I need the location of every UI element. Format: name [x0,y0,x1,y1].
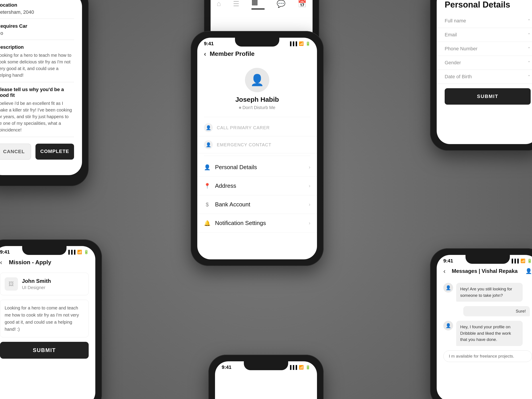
menu-bank-account[interactable]: $ Bank Account › [197,195,317,214]
menu-left-bank: $ Bank Account [204,201,250,208]
location-pin-icon: 📍 [204,183,211,189]
apply-submit-button[interactable]: SUBMIT [0,342,89,359]
status-time-5: 9:41 [0,249,10,255]
contact-icon[interactable]: 👤 [525,268,532,274]
profile-name: Joseph Habib [235,96,279,103]
notification-settings-label: Notification Settings [215,220,266,227]
applicant-card: 🖼 John Smith UI Designer [0,273,89,295]
email-field[interactable]: Email ⌃ [437,28,532,42]
status-icons-5: ▐▐▐ 📶 🔋 [67,250,89,254]
date-of-birth-field[interactable]: Date of Birth ⌃ [437,70,532,84]
message-bubble-3: Hey, I found your profile on Dribbble an… [456,321,523,346]
battery-icon-5: 🔋 [84,250,89,254]
phone-screen-4: Personal Details Full name ⌃ Email ⌃ Pho… [437,0,532,144]
battery-icon-6: 🔋 [527,259,532,263]
menu-personal-details[interactable]: 👤 Personal Details › [197,158,317,177]
tab-schedule-icon[interactable]: 📅 [298,0,307,8]
primary-carer-label: CALL PRIMARY CARER [217,125,270,130]
phone-screen-6: 9:41 ▐▐▐ 📶 🔋 ‹ Messages | Vishal Repaka … [437,255,532,399]
person-icon: 👤 [204,164,211,171]
tab-bar: ⌂ ☰ ▦ 💬 📅 [211,0,313,12]
full-name-label: Full name [445,18,466,24]
tab-list-icon[interactable]: ☰ [233,0,239,8]
phone-bottom-center: 9:41 ▐▐▐ 📶 🔋 [208,355,324,399]
sender-avatar-3: 👤 [443,321,453,330]
message-nav-left: ‹ Messages | Vishal Repaka [443,267,518,275]
primary-carer-icon: 👤 [204,123,213,132]
tab-chat-icon[interactable]: 💬 [277,0,285,8]
full-name-field[interactable]: Full name ⌃ [437,14,532,28]
message-bubble-1: Hey! Are you still looking for someone t… [456,283,523,302]
message-page-title: Messages | Vishal Repaka [452,268,518,274]
tab-active-indicator [251,8,265,10]
message-input[interactable]: I m available for freelance projects. [443,350,532,362]
notch [235,38,279,47]
status-time-6: 9:41 [443,258,453,264]
emergency-icon: 👤 [204,140,213,149]
apply-back-button[interactable]: ‹ [0,259,2,266]
applicant-avatar: 🖼 [5,277,18,291]
phone-screen-1: Location Petersham, 2040 Requires Car No… [0,0,82,175]
phone-chevron: ⌃ [527,46,531,51]
personal-details-title: Personal Details [437,0,532,14]
phone-mission-apply: 9:41 ▐▐▐ 📶 🔋 ‹ Mission - Apply 🖼 John Sm… [0,239,102,399]
gender-chevron: ⌃ [527,60,531,65]
applicant-name: John Smith [22,278,51,284]
profile-nav-title: Member Profile [210,50,254,57]
status-icons: ▐▐▐ 📶 🔋 [289,41,310,46]
menu-notification-settings[interactable]: 🔔 Notification Settings › [197,214,317,233]
submit-button-personal[interactable]: SUBMIT [445,88,531,105]
status-time-7: 9:41 [222,364,231,370]
menu-left-personal: 👤 Personal Details [204,164,257,171]
status-time: 9:41 [204,41,214,47]
chevron-right-icon-2: › [309,183,310,189]
apply-description: Looking for a hero to come and teach me … [0,300,89,337]
back-button[interactable]: ‹ [204,50,206,58]
messages-back-button[interactable]: ‹ [443,267,446,275]
description-title: Description [0,44,74,50]
battery-icon-7: 🔋 [305,365,310,370]
phone-number-field[interactable]: Phone Number ⌃ [437,42,532,56]
personal-details-label: Personal Details [215,164,257,171]
dob-chevron: ⌃ [527,74,531,79]
wifi-icon-5: 📶 [77,250,82,254]
email-label: Email [445,32,457,38]
tab-calendar-icon[interactable]: ▦ [251,0,265,10]
dollar-icon: $ [204,202,211,208]
profile-avatar: 👤 [245,68,269,92]
quick-action-primary-carer[interactable]: 👤 CALL PRIMARY CARER [197,119,317,136]
gender-field[interactable]: Gender ⌃ [437,56,532,70]
phone-personal-details: Personal Details Full name ⌃ Email ⌃ Pho… [430,0,532,151]
status-icons-6: ▐▐▐ 📶 🔋 [510,259,532,263]
quick-action-emergency[interactable]: 👤 EMERGENCY CONTACT [197,136,317,153]
applicant-avatar-icon: 🖼 [9,281,14,287]
gender-label: Gender [445,60,461,66]
apply-nav-bar: ‹ Mission - Apply [0,256,95,270]
battery-icon: 🔋 [305,41,310,46]
avatar-icon: 👤 [250,74,264,86]
menu-left-address: 📍 Address [204,183,236,189]
cancel-button[interactable]: CANCEL [0,144,31,160]
complete-button[interactable]: COMPLETE [35,144,74,160]
profile-avatar-area: 👤 Joseph Habib Don't Disturb Me [197,61,317,115]
emergency-label: EMERGENCY CONTACT [217,142,271,147]
menu-address[interactable]: 📍 Address › [197,177,317,195]
message-bubble-2: Sure! [463,306,530,316]
message-nav-bar: ‹ Messages | Vishal Repaka 👤 [437,265,532,279]
phone-messages: 9:41 ▐▐▐ 📶 🔋 ‹ Messages | Vishal Repaka … [430,248,532,399]
address-label: Address [215,183,236,189]
tab-home-icon[interactable]: ⌂ [216,0,221,8]
full-name-chevron: ⌃ [527,18,531,23]
location-value: Petersham, 2040 [0,9,74,19]
bell-icon: 🔔 [204,220,211,226]
signal-icon-6: ▐▐▐ [510,259,519,263]
description-text: Looking for a hero to teach me how to co… [0,52,74,82]
applicant-info: John Smith UI Designer [22,278,51,290]
requires-car-field: Requires Car No [0,23,74,40]
message-1: 👤 Hey! Are you still looking for someone… [443,283,532,302]
dob-label: Date of Birth [445,74,472,80]
requires-car-value: No [0,30,74,40]
message-3: 👤 Hey, I found your profile on Dribbble … [443,321,532,346]
chevron-right-icon-3: › [309,202,310,208]
message-area: 👤 Hey! Are you still looking for someone… [437,279,532,350]
